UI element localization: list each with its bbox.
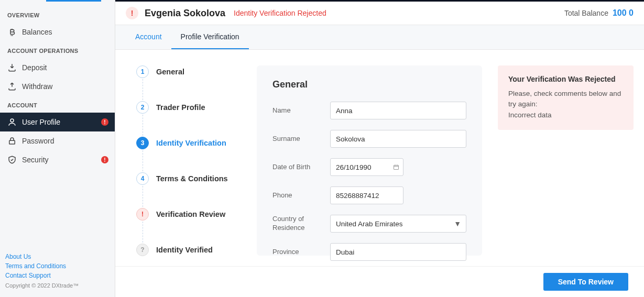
rejection-title: Your Verification Was Rejected [508,75,623,83]
nav-section-overview: OVERVIEW [0,6,115,23]
rejection-body: Please, check comments below and try aga… [508,89,623,120]
label-country: Country of Residence [272,215,325,233]
send-to-review-button[interactable]: Send To Review [543,273,628,291]
step-label: Trader Profile [156,103,205,112]
nav-item-security[interactable]: Security ! [0,150,115,169]
step-label: Identity Verification [156,139,226,147]
label-surname: Surname [272,135,325,144]
sidebar-footer: About Us Terms and Conditions Contact Su… [0,246,115,298]
svg-rect-1 [9,140,15,144]
action-bar: Send To Review [115,266,644,297]
user-name: Evgenia Sokolova [145,8,225,19]
balance-value: 100 0 [613,8,634,18]
input-province[interactable] [330,243,466,261]
shield-icon [7,155,17,164]
step-number: 3 [136,137,149,149]
row-dob: Date of Birth [272,158,466,176]
alert-badge-icon: ! [101,118,108,126]
label-province: Province [272,248,325,257]
step-general[interactable]: 1 General [136,65,241,101]
svg-point-0 [10,119,14,122]
label-dob: Date of Birth [272,163,325,172]
footer-link-support[interactable]: Contact Support [5,271,110,280]
input-surname[interactable] [330,130,466,148]
nav-item-label: Security [22,156,49,164]
step-terms-conditions[interactable]: 4 Terms & Conditions [136,172,241,208]
row-phone: Phone [272,186,466,204]
step-label: General [156,68,184,76]
nav-item-label: Withdraw [22,82,52,91]
svg-rect-2 [394,166,399,170]
nav-item-label: Balances [22,28,52,36]
bitcoin-icon [7,27,17,37]
nav-section-account-operations: ACCOUNT OPERATIONS [0,41,115,58]
input-dob[interactable] [330,158,403,176]
tabs: Account Profile Verification [115,25,644,50]
step-label: Verification Review [156,210,225,218]
nav-item-label: User Profile [22,118,60,126]
titlebar: ! Evgenia Sokolova Identity Verification… [115,2,644,25]
label-name: Name [272,106,325,115]
nav-item-label: Deposit [22,63,47,72]
step-number: ! [136,208,149,221]
row-surname: Surname [272,130,466,148]
tab-account[interactable]: Account [126,25,171,49]
rejection-lead: Please, check comments below and try aga… [508,90,621,108]
step-label: Identity Verified [156,246,213,254]
verification-status: Identity Verification Rejected [234,9,326,17]
select-country[interactable] [330,215,466,233]
nav: OVERVIEW Balances ACCOUNT OPERATIONS Dep… [0,2,115,246]
sidebar: OVERVIEW Balances ACCOUNT OPERATIONS Dep… [0,0,115,297]
nav-item-label: Password [22,137,54,145]
lock-icon [7,136,17,146]
row-province: Province [272,243,466,261]
rejection-reason: Incorrect data [508,111,552,119]
form-title: General [272,79,466,90]
form-panel: General Name Surname Date of Birth [257,65,482,256]
withdraw-icon [7,82,17,91]
footer-link-about[interactable]: About Us [5,252,110,261]
user-icon [7,117,17,127]
balance-label: Total Balance [564,9,608,17]
steps: 1 General 2 Trader Profile 3 Identity Ve… [136,65,241,256]
input-name[interactable] [330,102,466,119]
step-number: 1 [136,65,149,78]
step-identity-verification[interactable]: 3 Identity Verification [136,137,241,172]
row-country: Country of Residence ▼ [272,215,466,233]
deposit-icon [7,63,17,72]
input-phone[interactable] [330,186,403,204]
rejection-box: Your Verification Was Rejected Please, c… [498,65,634,130]
step-label: Terms & Conditions [156,174,228,183]
step-number: ? [136,244,149,256]
copyright: Copyright © 2022 DXtrade™ [5,281,110,290]
alert-icon: ! [126,7,138,19]
alert-badge-icon: ! [101,156,108,163]
label-phone: Phone [272,191,325,200]
step-verification-review[interactable]: ! Verification Review [136,208,241,244]
step-number: 4 [136,172,149,185]
footer-link-terms[interactable]: Terms and Conditions [5,261,110,271]
step-identity-verified[interactable]: ? Identity Verified [136,244,241,256]
nav-item-withdraw[interactable]: Withdraw [0,77,115,96]
step-trader-profile[interactable]: 2 Trader Profile [136,101,241,137]
main: ! Evgenia Sokolova Identity Verification… [115,0,644,297]
nav-item-deposit[interactable]: Deposit [0,58,115,77]
content: 1 General 2 Trader Profile 3 Identity Ve… [115,50,644,266]
step-number: 2 [136,101,149,114]
nav-section-account: ACCOUNT [0,96,115,113]
nav-item-password[interactable]: Password [0,131,115,150]
row-name: Name [272,102,466,119]
nav-item-balances[interactable]: Balances [0,23,115,41]
calendar-icon[interactable] [393,164,399,170]
tab-profile-verification[interactable]: Profile Verification [171,25,249,49]
nav-item-user-profile[interactable]: User Profile ! [0,113,115,131]
